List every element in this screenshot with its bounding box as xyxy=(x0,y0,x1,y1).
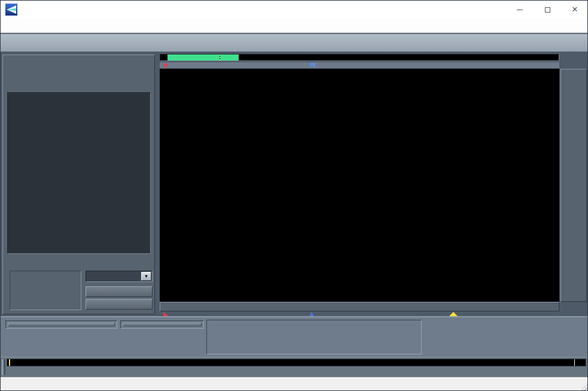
close-button[interactable]: × xyxy=(561,1,588,19)
menu-bar xyxy=(1,19,588,33)
meter-drag-handle[interactable] xyxy=(2,359,5,375)
meter-level-tick xyxy=(9,359,10,366)
meter-bar[interactable] xyxy=(7,359,586,366)
cue-flag-blue-icon[interactable] xyxy=(310,63,316,69)
amplitude-ruler[interactable] xyxy=(560,69,587,302)
auto-play-button[interactable] xyxy=(86,286,153,297)
time-display-panel[interactable] xyxy=(206,320,422,354)
cue-bar[interactable] xyxy=(160,62,559,69)
chevron-down-icon[interactable]: ▼ xyxy=(141,272,151,281)
waveform-display[interactable] xyxy=(160,69,559,302)
level-meter[interactable] xyxy=(1,357,588,377)
toolbar xyxy=(1,34,588,52)
file-list[interactable] xyxy=(7,92,151,254)
file-organizer-panel: ▼ xyxy=(2,54,155,314)
full-paths-button[interactable] xyxy=(86,299,153,310)
sort-by-dropdown[interactable]: ▼ xyxy=(86,271,153,282)
overview-cursor xyxy=(220,54,220,60)
time-ruler[interactable] xyxy=(160,302,559,311)
show-file-types-group xyxy=(10,271,81,310)
main-area: ▼ xyxy=(1,52,588,316)
app-logo-icon xyxy=(5,4,17,16)
maximize-button[interactable] xyxy=(534,1,561,19)
meter-zero-line xyxy=(574,359,575,366)
title-bar: × xyxy=(1,1,588,19)
status-bar xyxy=(1,377,588,391)
cue-flag-icon[interactable] xyxy=(164,63,170,69)
minimize-button[interactable] xyxy=(506,1,534,19)
overview-scroll-bar[interactable] xyxy=(160,54,559,61)
marker-strip[interactable] xyxy=(160,312,559,316)
cool-edit-pro-window: × ▼ xyxy=(0,0,588,391)
overview-view-region[interactable] xyxy=(167,54,239,60)
zoom-group xyxy=(120,320,204,329)
control-bar xyxy=(1,316,588,357)
transport-group xyxy=(5,320,117,329)
resize-grip[interactable] xyxy=(580,383,588,391)
selection-view-panel xyxy=(425,319,587,356)
wave-edit-panel xyxy=(157,52,588,316)
window-controls: × xyxy=(506,1,588,19)
